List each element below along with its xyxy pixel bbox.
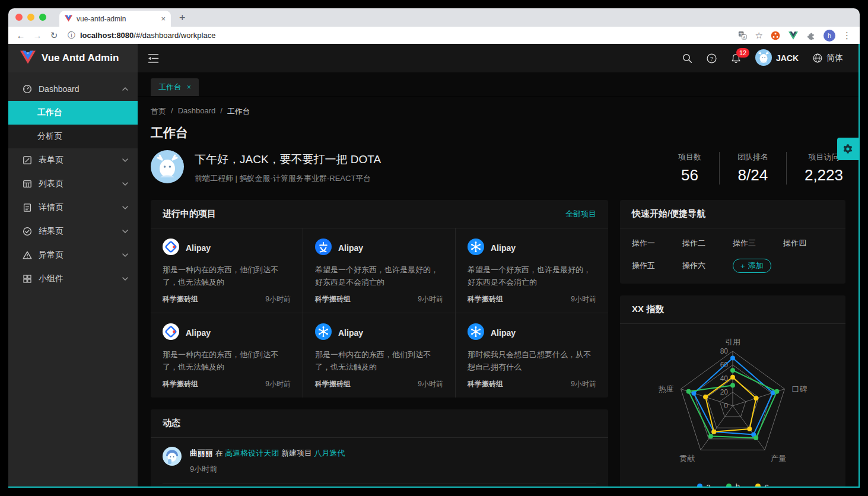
chevron-down-icon xyxy=(122,253,128,257)
legend-dot xyxy=(755,484,761,487)
activity-team-link[interactable]: 高逼格设计天团 xyxy=(225,449,279,457)
project-name[interactable]: Alipay xyxy=(338,243,363,253)
notifications-bell-icon[interactable]: 12 xyxy=(731,53,741,63)
project-group[interactable]: 科学搬砖组 xyxy=(468,379,503,389)
activity-item[interactable]: 付晓晓 在 高逼格设计天团 发布了 留言 9小时前 xyxy=(163,484,596,487)
project-time: 9小时前 xyxy=(418,379,443,389)
forward-button[interactable]: → xyxy=(30,30,45,40)
sidebar-item-exceptions[interactable]: 异常页 xyxy=(8,243,138,267)
bookmark-star-icon[interactable]: ☆ xyxy=(755,30,763,41)
new-tab-button[interactable]: + xyxy=(179,12,186,24)
notification-badge: 12 xyxy=(736,48,749,58)
quick-link-6[interactable]: 操作六 xyxy=(682,260,733,271)
antdpro-logo-icon xyxy=(315,323,332,342)
project-description: 那是一种内在的东西，他们到达不了，也无法触及的 xyxy=(163,264,291,289)
quick-link-4[interactable]: 操作四 xyxy=(783,238,834,249)
project-group[interactable]: 科学搬砖组 xyxy=(315,294,351,304)
search-icon[interactable] xyxy=(682,53,692,63)
vue-logo-icon xyxy=(20,50,36,66)
radar-card-title: XX 指数 xyxy=(632,304,664,315)
greeting-avatar xyxy=(151,150,184,186)
all-projects-link[interactable]: 全部项目 xyxy=(565,209,596,220)
vue-devtools-icon[interactable] xyxy=(788,30,799,41)
activity-item[interactable]: 曲丽丽 在 高逼格设计天团 新建项目 八月迭代 9小时前 xyxy=(163,438,596,484)
sidebar-collapse-button[interactable] xyxy=(138,44,168,72)
antdpro-logo-icon xyxy=(468,323,484,342)
project-description: 希望是一个好东西，也许是最好的，好东西是不会消亡的 xyxy=(468,264,596,289)
browser-tab[interactable]: vue-antd-admin × xyxy=(59,11,171,27)
page-info-icon[interactable]: ⓘ xyxy=(68,30,75,41)
sidebar-item-workplace[interactable]: 工作台 xyxy=(8,101,138,125)
sidebar-item-lists[interactable]: 列表页 xyxy=(8,172,138,196)
browser-profile-avatar[interactable]: h xyxy=(824,30,835,42)
antdpro-logo-icon xyxy=(315,323,332,340)
help-icon[interactable]: ? xyxy=(707,53,717,63)
project-card[interactable]: Alipay那是一种内在的东西，他们到达不了，也无法触及的科学搬砖组9小时前 xyxy=(151,228,303,313)
username: JACK xyxy=(776,53,799,63)
legend-item-a[interactable]: a xyxy=(697,482,711,487)
sidebar-item-widgets[interactable]: 小组件 xyxy=(8,267,138,291)
minimize-window-button[interactable] xyxy=(27,14,34,21)
browser-window: vue-antd-admin × + ← → ↻ ⓘ localhost:808… xyxy=(8,8,860,488)
greeting-title: 下午好，JACK，要不要打一把 DOTA xyxy=(195,152,381,167)
sidebar-item-dashboard[interactable]: Dashboard xyxy=(8,77,138,101)
quick-link-5[interactable]: 操作五 xyxy=(632,260,682,271)
quick-link-3[interactable]: 操作三 xyxy=(733,238,783,249)
add-button[interactable]: + 添加 xyxy=(733,259,771,273)
back-button[interactable]: ← xyxy=(13,30,28,40)
legend-item-b[interactable]: b xyxy=(726,482,740,487)
chevron-down-icon xyxy=(122,206,128,209)
extension-orange-icon[interactable] xyxy=(770,30,781,41)
user-menu[interactable]: JACK xyxy=(755,49,799,68)
window-controls xyxy=(15,8,46,27)
extensions-puzzle-icon[interactable] xyxy=(806,30,816,41)
sidebar-item-analysis[interactable]: 分析页 xyxy=(8,125,138,148)
antd-logo-icon xyxy=(163,239,179,255)
project-card[interactable]: Alipay那是一种内在的东西，他们到达不了，也无法触及的科学搬砖组9小时前 xyxy=(303,313,456,398)
sidebar-item-forms[interactable]: 表单页 xyxy=(8,148,138,172)
sidebar-item-results[interactable]: 结果页 xyxy=(8,220,138,243)
project-group[interactable]: 科学搬砖组 xyxy=(163,379,198,389)
quick-link-2[interactable]: 操作二 xyxy=(682,238,733,249)
address-bar[interactable]: ⓘ localhost:8080/#/dashboard/workplace xyxy=(63,30,736,41)
activity-target-link[interactable]: 八月迭代 xyxy=(314,449,345,457)
reload-button[interactable]: ↻ xyxy=(46,30,62,41)
activity-card: 动态 曲丽丽 在 xyxy=(151,409,608,487)
page-tab-workplace[interactable]: 工作台 × xyxy=(151,78,199,96)
check-circle-icon xyxy=(23,227,32,236)
theme-settings-button[interactable] xyxy=(837,138,859,160)
app-logo-area[interactable]: Vue Antd Admin xyxy=(8,44,138,72)
page-tab-close-icon[interactable]: × xyxy=(187,83,191,91)
stat-visits: 项目访问 2,223 xyxy=(786,152,845,185)
project-card[interactable]: Alipay希望是一个好东西，也许是最好的，好东西是不会消亡的科学搬砖组9小时前 xyxy=(456,228,608,313)
project-group[interactable]: 科学搬砖组 xyxy=(468,294,503,304)
breadcrumb-dashboard[interactable]: Dashboard xyxy=(178,106,216,117)
close-window-button[interactable] xyxy=(15,14,23,21)
tab-close-icon[interactable]: × xyxy=(161,14,166,23)
quick-link-1[interactable]: 操作一 xyxy=(632,238,682,249)
user-avatar xyxy=(755,49,772,68)
project-group[interactable]: 科学搬砖组 xyxy=(315,379,351,389)
sidebar-item-details[interactable]: 详情页 xyxy=(8,196,138,220)
project-card[interactable]: Alipay希望是一个好东西，也许是最好的，好东西是不会消亡的科学搬砖组9小时前 xyxy=(303,228,456,313)
breadcrumb-home[interactable]: 首页 xyxy=(151,106,166,117)
browser-menu-icon[interactable]: ⋮ xyxy=(842,30,851,41)
translate-icon[interactable]: 文A xyxy=(737,30,748,41)
project-name[interactable]: Alipay xyxy=(186,328,211,338)
project-card[interactable]: Alipay那时候我只会想自己想要什么，从不想自己拥有什么科学搬砖组9小时前 xyxy=(456,313,608,398)
project-name[interactable]: Alipay xyxy=(491,243,516,253)
project-name[interactable]: Alipay xyxy=(491,328,516,338)
page-title: 工作台 xyxy=(151,125,845,141)
project-group[interactable]: 科学搬砖组 xyxy=(163,294,198,304)
project-name[interactable]: Alipay xyxy=(186,243,211,253)
project-name[interactable]: Alipay xyxy=(338,328,363,338)
stat-team-rank: 团队排名 8/24 xyxy=(719,152,786,185)
breadcrumb-current: 工作台 xyxy=(227,106,250,117)
language-switcher[interactable]: 简体 xyxy=(813,53,843,63)
antd-logo-icon xyxy=(163,239,179,257)
legend-item-c[interactable]: c xyxy=(755,482,769,487)
svg-text:产量: 产量 xyxy=(771,454,786,463)
svg-text:20: 20 xyxy=(720,388,729,396)
maximize-window-button[interactable] xyxy=(39,14,46,21)
project-card[interactable]: Alipay那是一种内在的东西，他们到达不了，也无法触及的科学搬砖组9小时前 xyxy=(151,313,303,398)
